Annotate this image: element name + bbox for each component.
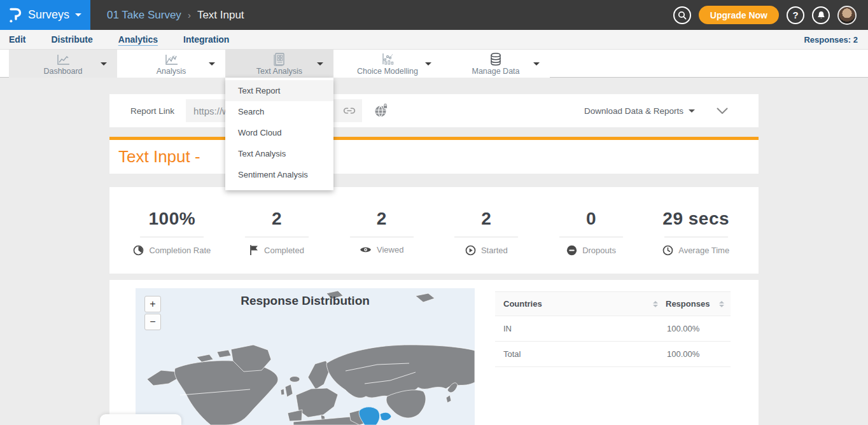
menu-item-search[interactable]: Search xyxy=(225,101,333,122)
survey-nav-links: Edit Distribute Analytics Integration xyxy=(0,34,229,45)
column-header-countries[interactable]: Countries xyxy=(495,299,666,309)
stat-started: 2 Started xyxy=(434,187,539,274)
stat-value: 2 xyxy=(481,209,491,229)
user-avatar[interactable] xyxy=(837,6,857,25)
nav-item-distribute[interactable]: Distribute xyxy=(51,34,92,45)
stat-completion-rate: 100% Completion Rate xyxy=(120,187,225,274)
brand-label: Surveys xyxy=(28,8,69,22)
tab-dashboard[interactable]: Dashboard xyxy=(9,50,117,78)
map-tooltip-corner xyxy=(100,414,181,425)
map-zoom-in-button[interactable]: + xyxy=(144,296,161,312)
menu-item-text-report[interactable]: Text Report xyxy=(225,80,333,101)
collapse-section-button[interactable] xyxy=(717,108,728,115)
globe-lock-icon[interactable] xyxy=(374,104,389,118)
flag-icon xyxy=(249,245,259,255)
chevron-down-icon[interactable] xyxy=(209,62,215,66)
map-zoom-controls: + − xyxy=(144,296,161,330)
responses-count: Responses: 2 xyxy=(804,35,868,45)
notifications-button[interactable] xyxy=(812,6,830,24)
report-link-label: Report Link xyxy=(130,106,174,116)
tab-choice-modelling[interactable]: Choice Modelling xyxy=(333,50,442,78)
chevron-down-icon xyxy=(75,13,81,17)
nav-item-integration[interactable]: Integration xyxy=(183,34,229,45)
tab-label: Manage Data xyxy=(472,67,519,76)
table-row: IN 100.00% xyxy=(495,316,731,342)
analytics-toolbar: Dashboard Analysis Text Analysis Choice … xyxy=(0,49,868,78)
stat-label: Completed xyxy=(264,246,304,255)
completion-rate-icon xyxy=(133,245,144,256)
stat-label: Started xyxy=(481,246,508,255)
chevron-down-icon[interactable] xyxy=(425,62,431,66)
sort-icon[interactable] xyxy=(719,301,724,307)
breadcrumb-separator: › xyxy=(188,10,191,20)
column-header-responses[interactable]: Responses xyxy=(666,299,715,309)
menu-item-text-analysis[interactable]: Text Analysis xyxy=(225,143,333,164)
world-map-panel[interactable]: Response Distribution + − xyxy=(136,288,475,425)
stat-average-time: 29 secs Average Time xyxy=(643,187,748,274)
text-report-icon xyxy=(272,52,287,66)
nav-item-analytics[interactable]: Analytics xyxy=(118,34,158,45)
chevron-down-icon[interactable] xyxy=(317,62,323,66)
divider xyxy=(664,237,728,237)
divider xyxy=(454,237,518,237)
eye-icon xyxy=(360,246,372,254)
countries-table-header: Countries Responses xyxy=(495,291,731,316)
stats-card: 100% Completion Rate 2 Completed 2 xyxy=(109,187,759,274)
tab-label: Analysis xyxy=(157,67,186,76)
help-button[interactable]: ? xyxy=(787,6,804,24)
app-window: Surveys 01 Take Survey › Text Input Upgr… xyxy=(0,0,868,425)
tab-label: Text Analysis xyxy=(256,67,302,76)
breadcrumb-current-page: Text Input xyxy=(197,9,244,22)
response-distribution-card: Response Distribution + − Countries Resp… xyxy=(109,280,759,425)
table-row: Total 100.00% xyxy=(495,342,731,367)
tab-manage-data[interactable]: Manage Data xyxy=(442,50,550,78)
area-chart-icon xyxy=(163,52,179,66)
product-switcher[interactable]: Surveys xyxy=(0,0,90,30)
search-button[interactable] xyxy=(673,6,691,24)
download-data-reports-button[interactable]: Download Data & Reports xyxy=(584,106,695,116)
breadcrumb-survey-name[interactable]: 01 Take Survey xyxy=(107,9,181,22)
copy-link-icon[interactable] xyxy=(343,104,356,117)
country-cell: Total xyxy=(495,349,667,359)
stat-value: 100% xyxy=(149,209,196,229)
chevron-down-icon[interactable] xyxy=(533,62,540,66)
menu-item-word-cloud[interactable]: Word Cloud xyxy=(225,122,333,143)
tab-label: Choice Modelling xyxy=(357,67,418,76)
line-chart-icon xyxy=(55,52,71,66)
tab-text-analysis[interactable]: Text Analysis xyxy=(225,50,333,78)
divider xyxy=(245,237,309,237)
chevron-down-icon[interactable] xyxy=(101,62,107,66)
stat-value: 2 xyxy=(377,209,387,229)
stat-completed: 2 Completed xyxy=(225,187,330,274)
database-icon xyxy=(488,52,503,66)
map-zoom-out-button[interactable]: − xyxy=(144,314,161,330)
stat-value: 29 secs xyxy=(662,209,729,229)
upgrade-now-button[interactable]: Upgrade Now xyxy=(699,6,779,24)
map-title: Response Distribution xyxy=(136,294,475,308)
countries-table: Countries Responses IN 100.00% Total 100… xyxy=(495,291,731,367)
stat-viewed: 2 Viewed xyxy=(329,187,434,274)
text-analysis-menu: Text Report Search Word Cloud Text Analy… xyxy=(225,78,333,190)
menu-item-sentiment-analysis[interactable]: Sentiment Analysis xyxy=(225,164,333,185)
nav-item-edit[interactable]: Edit xyxy=(9,34,25,45)
response-cell: 100.00% xyxy=(667,324,731,333)
header-label: Countries xyxy=(503,299,542,309)
sort-icon[interactable] xyxy=(653,301,658,307)
tab-analysis[interactable]: Analysis xyxy=(117,50,225,78)
response-cell: 100.00% xyxy=(667,349,731,359)
stat-label: Dropouts xyxy=(582,246,616,255)
stat-label: Completion Rate xyxy=(149,246,211,255)
download-label: Download Data & Reports xyxy=(584,106,683,116)
stat-dropouts: 0 Dropouts xyxy=(539,187,644,274)
download-group: Download Data & Reports xyxy=(584,106,759,116)
question-title-card: Text Input - xyxy=(109,140,759,174)
scatter-chart-icon xyxy=(379,52,396,66)
bell-icon xyxy=(817,11,825,20)
country-cell: IN xyxy=(495,324,667,333)
divider xyxy=(350,237,414,237)
page-title: Text Input - xyxy=(118,147,200,167)
search-icon xyxy=(678,11,687,20)
minus-circle-icon xyxy=(566,245,577,256)
divider xyxy=(559,237,623,237)
top-bar: Surveys 01 Take Survey › Text Input Upgr… xyxy=(0,0,868,30)
